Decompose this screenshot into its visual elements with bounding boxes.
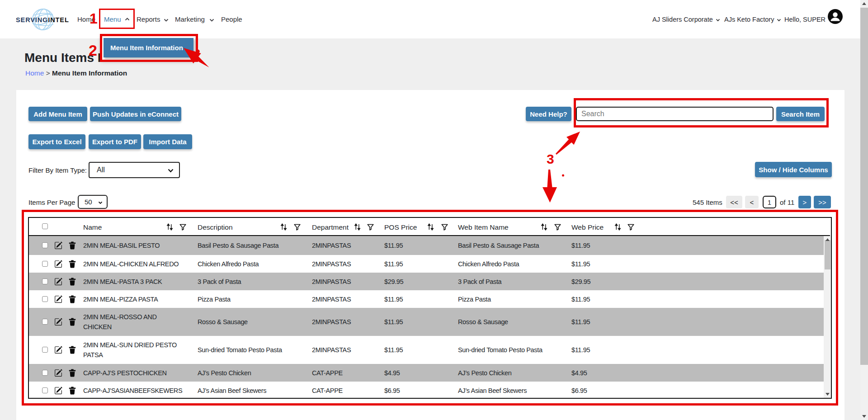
- svg-text:SERVINGINTEL: SERVINGINTEL: [16, 16, 69, 24]
